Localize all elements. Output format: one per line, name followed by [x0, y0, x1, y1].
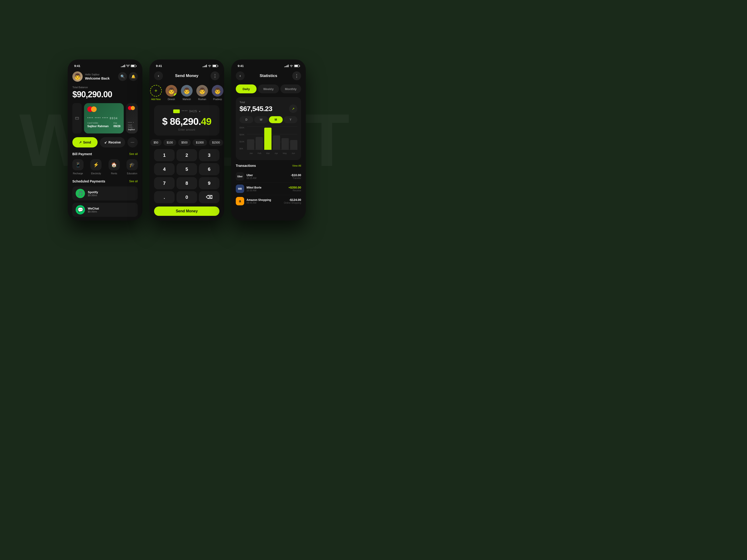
more-button[interactable]: ··· — [127, 137, 138, 148]
stats-options-button[interactable]: ⋮ — [292, 72, 301, 80]
time-tab-w[interactable]: W — [254, 116, 268, 123]
num-8[interactable]: 8 — [177, 177, 197, 189]
credit-card-secondary[interactable]: **** * Card holde... Sajibur — [126, 103, 138, 133]
uber-type: Transfer — [291, 177, 301, 180]
mahesh-name: Mahesh — [183, 98, 191, 101]
bar-feb — [256, 137, 263, 150]
add-contact[interactable]: + Add New — [150, 85, 162, 101]
num-0[interactable]: 0 — [177, 191, 197, 203]
bar-may — [282, 138, 289, 150]
scheduled-wechat[interactable]: 💬 WeChat $9.99/m — [72, 203, 138, 217]
card-exp-value: 09/28 — [113, 125, 121, 128]
contact-dinesh[interactable]: 👨 ✓ Dinesh — [165, 85, 177, 101]
uber-info: Uber 08:25 AM — [247, 174, 288, 180]
cards-row: **** **** **** 8934 Card holder Sajibur … — [72, 103, 138, 133]
contact-pradeep[interactable]: 👨 Pradeep — [212, 85, 224, 101]
notification-button[interactable]: 🔔 — [129, 72, 138, 81]
tab-daily[interactable]: Daily — [236, 84, 257, 93]
card-num-display: **** 3425 — [182, 110, 197, 113]
status-bar-2: 9:41 — [154, 63, 220, 68]
transaction-mikel[interactable]: MB Mikel Borle 10:30 AM +$350.00 Receive — [236, 183, 301, 195]
time-tab-d[interactable]: D — [239, 116, 253, 123]
wechat-icon: 💬 — [76, 205, 85, 214]
scheduled-see-all[interactable]: See all — [129, 180, 138, 183]
signal-icon-3 — [284, 64, 288, 67]
transaction-amazon[interactable]: a Amazon Shopping 09:45 AM -$124.00 Onli… — [236, 195, 301, 207]
status-time-3: 9:41 — [238, 64, 244, 68]
transaction-uber[interactable]: Uber Uber 08:25 AM -$10.00 Transfer — [236, 170, 301, 183]
bill-item-recharge[interactable]: 📱 Recharge — [72, 159, 83, 175]
num-6[interactable]: 6 — [199, 163, 220, 175]
bill-item-education[interactable]: 🎓 Education — [127, 159, 138, 175]
stats-card: Total $67,545.23 ↗ D W M Y $30K $20K — [236, 97, 301, 160]
time-tab-m[interactable]: M — [269, 116, 283, 123]
chart-container: $30K $20K $10K $0K — [239, 127, 298, 155]
tab-weekly[interactable]: Weekly — [258, 84, 279, 93]
status-icons-3 — [284, 64, 299, 67]
scheduled-spotify[interactable]: 🎵 Spotify $9.99/m — [72, 186, 138, 201]
send-money-button[interactable]: Send Money — [154, 207, 220, 216]
contact-mahesh[interactable]: 👨 Mahesh — [181, 85, 192, 101]
card2-number: **** * — [128, 122, 136, 124]
card-selector[interactable]: **** 3425 ▾ — [158, 109, 216, 113]
rents-label: Rents — [111, 172, 117, 175]
num-dot[interactable]: . — [154, 191, 175, 203]
num-9[interactable]: 9 — [199, 177, 220, 189]
mahesh-avatar: 👨 — [181, 85, 192, 97]
roshan-name: Roshan — [198, 98, 206, 101]
quick-100[interactable]: $100 — [163, 139, 176, 146]
x-label-jan: Jan — [249, 152, 253, 155]
status-bar-3: 9:41 — [236, 63, 301, 68]
quick-50[interactable]: $50 — [150, 139, 161, 146]
pradeep-name: Pradeep — [213, 98, 222, 101]
bill-item-rents[interactable]: 🏠 Rents — [108, 159, 120, 175]
signal-icon-1 — [121, 64, 125, 67]
num-3[interactable]: 3 — [199, 149, 220, 161]
bill-payment-see-all[interactable]: See all — [129, 152, 138, 156]
credit-card-main[interactable]: **** **** **** 8934 Card holder Sajibur … — [84, 103, 124, 133]
mikel-type: Receive — [288, 189, 301, 192]
stats-amount: $67,545.23 — [239, 105, 272, 113]
wifi-icon-3 — [290, 64, 293, 67]
stats-header: ‹ Statistics ⋮ — [236, 72, 301, 80]
num-1[interactable]: 1 — [154, 149, 175, 161]
card2-logo — [128, 106, 136, 110]
quick-1000[interactable]: $1000 — [192, 139, 207, 146]
back-button[interactable]: ‹ — [154, 72, 163, 80]
num-2[interactable]: 2 — [177, 149, 197, 161]
send-button[interactable]: ↗ Send — [72, 137, 98, 148]
pradeep-avatar: 👨 — [212, 85, 224, 97]
search-button[interactable]: 🔍 — [118, 72, 127, 81]
bill-payment-header: Bill Payment See all — [72, 152, 138, 156]
greeting-text: Hello Sajibur Welcome Back — [85, 73, 110, 80]
options-button[interactable]: ⋮ — [211, 72, 220, 80]
mini-card-icon — [173, 109, 180, 113]
dinesh-name: Dinesh — [168, 98, 175, 101]
trend-icon[interactable]: ↗ — [289, 105, 298, 113]
num-4[interactable]: 4 — [154, 163, 175, 175]
num-backspace[interactable]: ⌫ — [199, 191, 220, 203]
time-tab-y[interactable]: Y — [284, 116, 298, 123]
num-7[interactable]: 7 — [154, 177, 175, 189]
tab-monthly[interactable]: Monthly — [280, 84, 301, 93]
phone-3: 9:41 — [231, 59, 306, 220]
card2-holder-label: Card holde... — [128, 124, 136, 128]
card-number: **** **** **** 8934 — [87, 117, 121, 120]
card-holder-value: Sajibur Rahman — [87, 125, 108, 128]
wifi-icon-2 — [208, 64, 211, 67]
receive-button[interactable]: ↙ Receive — [100, 137, 125, 148]
add-contact-button[interactable]: + — [150, 85, 162, 97]
quick-1500[interactable]: $1500 — [209, 139, 223, 146]
bar-mar — [264, 128, 272, 150]
card-nav[interactable] — [72, 103, 82, 133]
quick-500[interactable]: $500 — [178, 139, 191, 146]
bill-item-electricity[interactable]: ⚡ Electricity — [91, 159, 102, 175]
enter-amount-label: Enter amount — [158, 128, 216, 131]
num-5[interactable]: 5 — [177, 163, 197, 175]
recharge-icon: 📱 — [72, 159, 83, 170]
stats-back-button[interactable]: ‹ — [236, 72, 244, 80]
contact-roshan[interactable]: 👨 Roshan — [196, 85, 208, 101]
period-tabs: Daily Weekly Monthly — [236, 84, 301, 93]
view-all-button[interactable]: View All — [292, 164, 301, 167]
greeting-small: Hello Sajibur — [85, 73, 110, 76]
